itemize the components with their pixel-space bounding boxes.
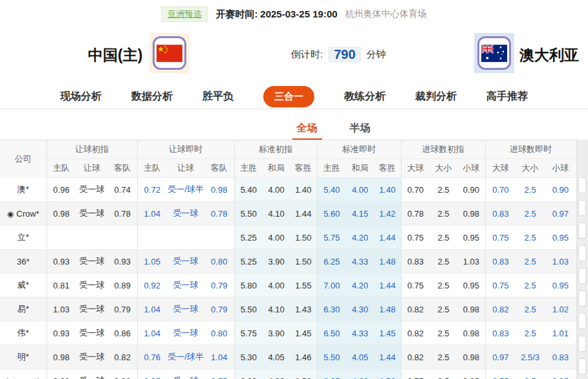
odds-cell: 2.5 — [516, 202, 545, 226]
scrollbar-thumb[interactable] — [578, 313, 586, 329]
odds-cell: 0.79 — [108, 298, 137, 321]
odds-cell: 2.5 — [430, 250, 457, 274]
odds-cell: 4.00 — [263, 274, 290, 298]
company-name: Interwet* — [6, 376, 39, 379]
tab-three-in-one[interactable]: 三合一 — [263, 86, 314, 107]
subtab-half-match[interactable]: 半场 — [350, 122, 371, 140]
odds-cell: 0.95 — [457, 369, 485, 379]
odds-cell: 0.80 — [108, 369, 137, 379]
odds-cell: 0.76 — [137, 345, 167, 369]
company-cell[interactable]: Interwet* — [0, 369, 47, 379]
odds-cell: 5.40 — [317, 178, 346, 202]
odds-cell: 0.83 — [545, 345, 576, 369]
odds-cell: 受一/球半 — [167, 345, 204, 369]
table-row: Interwet*0.90受一球0.800.95受一球0.756.004.301… — [0, 369, 576, 379]
australia-flag-icon — [481, 45, 507, 62]
scrollbar-thumb[interactable] — [578, 268, 586, 284]
odds-cell: 4.00 — [346, 178, 374, 202]
odds-cell: 0.83 — [401, 250, 430, 274]
odds-cell: 受一球 — [76, 178, 108, 202]
odds-cell: 2.5 — [516, 226, 545, 250]
away-team-name: 澳大利亚 — [519, 45, 579, 65]
odds-cell: 受一球 — [167, 298, 204, 321]
group-standard-initial: 标准初指 — [234, 140, 317, 159]
home-team-name: 中国(主) — [88, 45, 142, 65]
group-handicap-live: 让球即时 — [137, 140, 234, 159]
odds-cell: 4.05 — [346, 345, 374, 369]
odds-cell: 7.00 — [317, 274, 346, 298]
scrollbar-thumb[interactable] — [578, 336, 586, 352]
odds-cell: 受一球 — [76, 274, 108, 298]
odds-cell: 0.82 — [401, 298, 430, 321]
table-row: 威*0.81受一球0.890.92受一球0.795.804.001.557.00… — [0, 274, 576, 298]
odds-cell: 2.5 — [430, 202, 457, 226]
odds-cell: 1.04 — [137, 298, 167, 321]
odds-cell: 受一球 — [167, 250, 204, 274]
tab-data-analysis[interactable]: 数据分析 — [131, 90, 173, 103]
scrollbar-thumb[interactable] — [578, 245, 586, 261]
odds-cell: 4.00 — [263, 226, 290, 250]
odds-cell: 0.83 — [485, 321, 516, 345]
subtab-full-match[interactable]: 全场 — [297, 122, 318, 140]
odds-cell: 2.5 — [430, 274, 457, 298]
odds-cell: 1.50 — [374, 369, 401, 379]
odds-cell: 0.80 — [204, 250, 234, 274]
tab-referee-analysis[interactable]: 裁判分析 — [415, 90, 457, 103]
company-cell[interactable]: 立* — [0, 226, 47, 250]
company-cell[interactable]: 威* — [0, 274, 47, 298]
odds-cell — [137, 226, 167, 250]
company-cell[interactable]: 澳* — [0, 178, 47, 202]
odds-cell: 0.79 — [204, 298, 234, 321]
odds-cell: 0.75 — [485, 226, 516, 250]
col-header: 主队 — [137, 159, 167, 178]
odds-cell: 0.75 — [204, 369, 234, 379]
odds-cell: 2.5 — [430, 321, 457, 345]
odds-cell: 0.82 — [108, 345, 137, 369]
side-scrollbar[interactable] — [576, 140, 588, 379]
odds-cell: 3.90 — [263, 250, 290, 274]
company-cell[interactable]: 伟* — [0, 321, 47, 345]
scrollbar-thumb[interactable] — [578, 290, 586, 307]
kickoff-label: 开赛时间: — [215, 8, 257, 19]
odds-cell: 受一球 — [167, 321, 204, 345]
company-cell[interactable]: 明* — [0, 345, 47, 369]
company-name: 澳* — [17, 184, 29, 194]
tab-live-analysis[interactable]: 现场分析 — [60, 90, 102, 103]
odds-cell: 2.5 — [430, 369, 457, 379]
group-goals-live: 进球数即时 — [485, 140, 576, 159]
scrollbar-thumb[interactable] — [578, 177, 586, 193]
odds-cell: 1.40 — [374, 178, 401, 202]
company-name: Crow* — [16, 209, 39, 219]
company-cell[interactable]: 易* — [0, 298, 47, 321]
col-header: 客胜 — [374, 159, 401, 178]
company-cell[interactable]: ◉Crow* — [0, 202, 47, 226]
odds-cell: 4.30 — [263, 369, 290, 379]
odds-cell: 1.46 — [290, 345, 317, 369]
odds-cell — [108, 226, 137, 250]
odds-cell: 受一球 — [167, 202, 204, 226]
scrollbar-thumb[interactable] — [578, 200, 586, 216]
kickoff-time: 2025-03-25 19:00 — [260, 8, 337, 19]
odds-cell: 4.20 — [346, 226, 374, 250]
odds-cell: 0.81 — [47, 274, 76, 298]
company-cell[interactable]: 36* — [0, 250, 47, 274]
col-header: 主胜 — [317, 159, 346, 178]
league-badge[interactable]: 亚洲预选 — [161, 6, 208, 22]
table-row: ◉Crow*0.98受一球0.781.04受一球0.785.504.101.44… — [0, 202, 576, 226]
odds-cell: 0.95 — [457, 226, 485, 250]
tab-win-draw-lose[interactable]: 胜平负 — [202, 90, 234, 103]
odds-cell: 受一球 — [76, 250, 108, 274]
scrollbar-thumb[interactable] — [578, 222, 586, 239]
odds-cell: 0.70 — [401, 178, 430, 202]
odds-cell: 5.50 — [234, 202, 263, 226]
tab-coach-analysis[interactable]: 教练分析 — [344, 90, 386, 103]
tab-expert-recommend[interactable]: 高手推荐 — [486, 90, 528, 103]
col-header: 让球 — [76, 159, 108, 178]
company-header: 公司 — [0, 140, 47, 178]
odds-cell: 0.82 — [401, 321, 430, 345]
scrollbar-thumb[interactable] — [578, 358, 586, 374]
odds-cell: 1.44 — [374, 274, 401, 298]
venue: 杭州奥体中心体育场 — [345, 8, 427, 20]
odds-cell: 1.48 — [374, 250, 401, 274]
odds-cell: 0.97 — [485, 345, 516, 369]
